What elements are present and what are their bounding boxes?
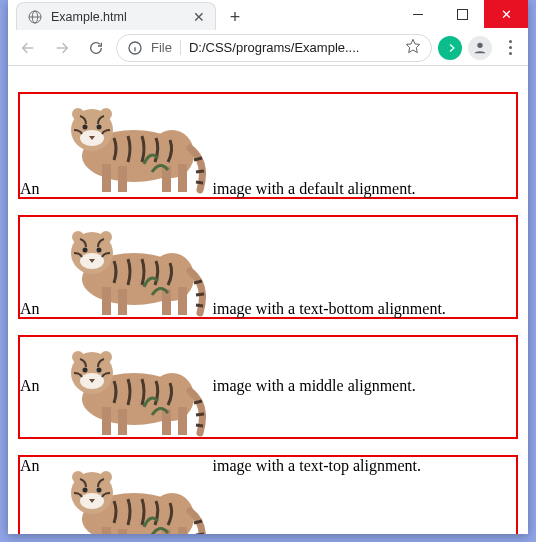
text-suffix: image with a text-bottom alignment. — [213, 300, 446, 317]
example-paragraph: An image with a default alignment. — [18, 92, 518, 199]
url-text: D:/CSS/programs/Example.... — [189, 40, 397, 55]
page-body: An image with a default alignment.An ima… — [8, 66, 528, 534]
forward-button[interactable] — [48, 34, 76, 62]
tiger-image — [44, 217, 209, 317]
tiger-image — [44, 457, 209, 534]
browser-tab[interactable]: Example.html ✕ — [16, 2, 216, 30]
browser-window: Example.html ✕ + File D:/CSS/programs/Ex… — [8, 0, 528, 534]
star-icon[interactable] — [405, 38, 421, 57]
file-scheme-label: File — [151, 40, 181, 55]
menu-button[interactable] — [498, 40, 522, 55]
tab-strip: Example.html ✕ + — [8, 0, 396, 30]
text-suffix: image with a default alignment. — [213, 180, 416, 197]
example-paragraph: An image with a text-bottom alignment. — [18, 215, 518, 319]
close-icon[interactable]: ✕ — [193, 10, 205, 24]
tab-title: Example.html — [51, 10, 185, 24]
globe-icon — [27, 9, 43, 25]
window-controls — [396, 0, 528, 28]
text-prefix: An — [20, 457, 40, 474]
new-tab-button[interactable]: + — [222, 4, 248, 30]
text-suffix: image with a text-top alignment. — [213, 457, 421, 474]
text-prefix: An — [20, 180, 40, 197]
address-bar[interactable]: File D:/CSS/programs/Example.... — [116, 34, 432, 62]
svg-point-9 — [477, 42, 482, 47]
window-close-button[interactable] — [484, 0, 528, 28]
reload-button[interactable] — [82, 34, 110, 62]
page-viewport: An image with a default alignment.An ima… — [8, 66, 528, 534]
text-suffix: image with a middle alignment. — [213, 377, 416, 394]
title-bar: Example.html ✕ + — [8, 0, 528, 30]
extension-badge[interactable] — [438, 36, 462, 60]
text-prefix: An — [20, 300, 40, 317]
example-paragraph: An image with a text-top alignment. — [18, 455, 518, 534]
svg-point-7 — [135, 44, 136, 45]
toolbar: File D:/CSS/programs/Example.... — [8, 30, 528, 66]
example-paragraph: An image with a middle alignment. — [18, 335, 518, 439]
profile-avatar[interactable] — [468, 36, 492, 60]
minimize-button[interactable] — [396, 0, 440, 28]
tiger-image — [44, 337, 209, 437]
info-icon — [127, 40, 143, 56]
maximize-button[interactable] — [440, 0, 484, 28]
svg-marker-8 — [406, 39, 419, 52]
text-prefix: An — [20, 377, 40, 394]
tiger-image — [44, 94, 209, 194]
back-button[interactable] — [14, 34, 42, 62]
